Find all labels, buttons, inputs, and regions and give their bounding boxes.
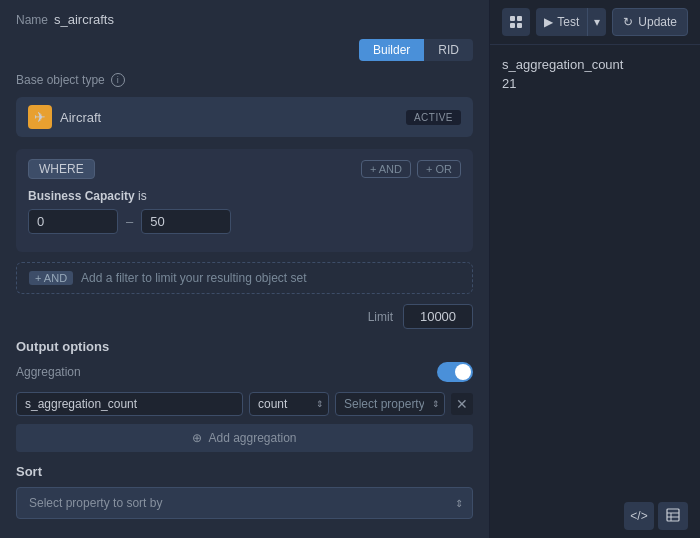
test-label: Test bbox=[557, 15, 579, 29]
filter-field-name: Business Capacity bbox=[28, 189, 135, 203]
agg-close-button[interactable]: ✕ bbox=[451, 393, 473, 415]
limit-row: Limit bbox=[16, 304, 473, 329]
chevron-down-icon: ▾ bbox=[594, 15, 600, 29]
svg-rect-2 bbox=[510, 23, 515, 28]
tab-builder[interactable]: Builder bbox=[359, 39, 424, 61]
name-label: Name bbox=[16, 13, 48, 27]
tab-rid[interactable]: RID bbox=[424, 39, 473, 61]
limit-label: Limit bbox=[368, 310, 393, 324]
aggregation-row: Aggregation bbox=[16, 362, 473, 382]
and-or-buttons: + AND + OR bbox=[361, 160, 461, 178]
grid-icon-button[interactable] bbox=[502, 8, 530, 36]
update-button[interactable]: ↻ Update bbox=[612, 8, 688, 36]
name-row: Name s_aircrafts bbox=[16, 12, 473, 27]
left-panel: Name s_aircrafts Builder RID Base object… bbox=[0, 0, 490, 538]
base-object-label-row: Base object type i bbox=[16, 73, 473, 87]
aggregation-label: Aggregation bbox=[16, 365, 81, 379]
plus-circle-icon: ⊕ bbox=[192, 431, 202, 445]
svg-rect-3 bbox=[517, 23, 522, 28]
code-icon: </> bbox=[630, 509, 647, 523]
aircraft-icon: ✈ bbox=[28, 105, 52, 129]
active-badge: ACTIVE bbox=[406, 110, 461, 125]
sort-title: Sort bbox=[16, 464, 473, 479]
play-icon: ▶ bbox=[544, 15, 553, 29]
test-dropdown-button[interactable]: ▾ bbox=[588, 8, 606, 36]
agg-type-select-wrap: count sum avg min max bbox=[249, 392, 329, 416]
agg-property-select-wrap: Select property bbox=[335, 392, 445, 416]
add-agg-label: Add aggregation bbox=[208, 431, 296, 445]
right-topbar: ▶ Test ▾ ↻ Update bbox=[490, 0, 700, 45]
test-button-group: ▶ Test ▾ bbox=[536, 8, 606, 36]
and-button[interactable]: + AND bbox=[361, 160, 411, 178]
add-aggregation-button[interactable]: ⊕ Add aggregation bbox=[16, 424, 473, 452]
filter-row: Business Capacity is – bbox=[28, 189, 461, 234]
filter-label: Business Capacity is bbox=[28, 189, 461, 203]
info-icon: i bbox=[111, 73, 125, 87]
table-view-button[interactable] bbox=[658, 502, 688, 530]
agg-type-select[interactable]: count sum avg min max bbox=[249, 392, 329, 416]
refresh-icon: ↻ bbox=[623, 15, 633, 29]
range-max-input[interactable] bbox=[141, 209, 231, 234]
table-icon bbox=[666, 508, 680, 525]
test-play-button[interactable]: ▶ Test bbox=[536, 8, 588, 36]
aggregation-item: count sum avg min max Select property ✕ bbox=[16, 392, 473, 416]
add-filter-row[interactable]: + AND Add a filter to limit your resulti… bbox=[16, 262, 473, 294]
output-options-title: Output options bbox=[16, 339, 473, 354]
aircraft-left: ✈ Aircraft bbox=[28, 105, 101, 129]
range-min-input[interactable] bbox=[28, 209, 118, 234]
where-header: WHERE + AND + OR bbox=[28, 159, 461, 179]
close-icon: ✕ bbox=[456, 396, 468, 412]
right-panel: ▶ Test ▾ ↻ Update s_aggregation_count 21… bbox=[490, 0, 700, 538]
sort-property-select[interactable]: Select property to sort by bbox=[16, 487, 473, 519]
update-label: Update bbox=[638, 15, 677, 29]
sort-select-wrap: Select property to sort by bbox=[16, 487, 473, 519]
code-view-button[interactable]: </> bbox=[624, 502, 654, 530]
grid-icon bbox=[509, 15, 523, 29]
bottom-right-icons: </> bbox=[490, 494, 700, 538]
aircraft-row: ✈ Aircraft ACTIVE bbox=[16, 97, 473, 137]
builder-rid-tabs: Builder RID bbox=[16, 39, 473, 61]
or-button[interactable]: + OR bbox=[417, 160, 461, 178]
result-value: 21 bbox=[502, 76, 688, 91]
svg-rect-0 bbox=[510, 16, 515, 21]
agg-property-select[interactable]: Select property bbox=[335, 392, 445, 416]
aircraft-name: Aircraft bbox=[60, 110, 101, 125]
result-content: s_aggregation_count 21 bbox=[490, 45, 700, 103]
add-filter-badge: + AND bbox=[29, 271, 73, 285]
base-object-label: Base object type bbox=[16, 73, 105, 87]
toggle-knob bbox=[455, 364, 471, 380]
svg-rect-1 bbox=[517, 16, 522, 21]
range-dash: – bbox=[126, 214, 133, 229]
svg-rect-4 bbox=[667, 509, 679, 521]
where-section: WHERE + AND + OR Business Capacity is – bbox=[16, 149, 473, 252]
name-value: s_aircrafts bbox=[54, 12, 114, 27]
limit-input[interactable] bbox=[403, 304, 473, 329]
where-badge: WHERE bbox=[28, 159, 95, 179]
agg-name-input[interactable] bbox=[16, 392, 243, 416]
range-row: – bbox=[28, 209, 461, 234]
result-name: s_aggregation_count bbox=[502, 57, 688, 72]
aggregation-toggle[interactable] bbox=[437, 362, 473, 382]
add-filter-label: Add a filter to limit your resulting obj… bbox=[81, 271, 306, 285]
